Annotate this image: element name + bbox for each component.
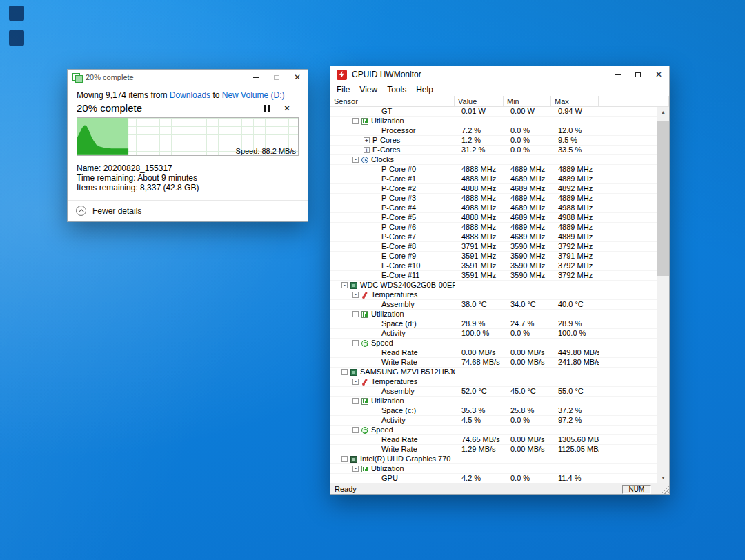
pause-button[interactable] [264,105,270,112]
sensor-min [504,281,551,290]
menu-tools[interactable]: Tools [382,85,411,94]
scrollbar-thumb[interactable] [657,121,669,276]
sensor-cell: -WDC WDS240G2G0B-00EPW0 [330,281,455,290]
collapse-icon[interactable]: - [341,369,348,375]
sensor-row[interactable]: Assembly52.0 °C45.0 °C55.0 °C [330,387,657,397]
sensor-row[interactable]: E-Core #93591 MHz3590 MHz3791 MHz [330,252,657,261]
minimize-button[interactable] [246,70,266,85]
file-copy-dialog: 20% complete ✕ Moving 9,174 items from D… [67,69,308,222]
sensor-value: 3591 MHz [455,271,504,280]
collapse-icon[interactable]: - [352,466,359,472]
sensor-row[interactable]: Read Rate74.65 MB/s0.00 MB/s1305.60 MB/s [330,435,657,445]
sensor-label: Temperatures [371,377,417,386]
scrollbar-track[interactable] [657,117,669,472]
collapse-icon[interactable]: - [341,456,348,462]
sensor-row[interactable]: P-Core #14888 MHz4689 MHz4889 MHz [330,174,657,184]
sensor-min [504,377,551,386]
sensor-row[interactable]: Write Rate74.68 MB/s0.00 MB/s241.80 MB/s [330,358,657,368]
sensor-row[interactable]: -Clocks [330,155,657,165]
sensor-row[interactable]: -WDC WDS240G2G0B-00EPW0 [330,281,657,290]
sensor-row[interactable]: -Intel(R) UHD Graphics 770 [330,454,657,464]
sensor-row[interactable]: Assembly38.0 °C34.0 °C40.0 °C [330,300,657,310]
sensor-value: 100.0 % [455,329,504,338]
collapse-icon[interactable]: - [352,157,359,163]
desktop-icon[interactable] [9,30,24,46]
sensor-cell: Write Rate [330,358,455,367]
sensor-row[interactable]: -Utilization [330,397,657,406]
collapse-icon[interactable]: - [352,427,359,433]
sensor-row[interactable]: P-Core #04888 MHz4689 MHz4889 MHz [330,165,657,174]
sensor-value [455,339,504,348]
column-header-min[interactable]: Min [504,96,551,106]
collapse-icon[interactable]: - [352,398,359,404]
minimize-button[interactable] [607,66,628,83]
sensor-row[interactable]: P-Core #64888 MHz4689 MHz4889 MHz [330,223,657,232]
resize-grip[interactable] [659,485,669,494]
sensor-row[interactable]: Processor7.2 %0.0 %12.0 % [330,126,657,136]
sensor-row[interactable]: -Speed [330,339,657,348]
desktop-icon[interactable] [9,6,24,21]
expand-icon[interactable]: + [364,147,370,153]
scroll-down-icon[interactable]: ▼ [657,472,669,483]
close-button[interactable]: ✕ [287,70,308,85]
menu-view[interactable]: View [355,85,382,94]
close-button[interactable]: ✕ [648,66,669,83]
column-header-max[interactable]: Max [551,96,599,106]
collapse-icon[interactable]: - [352,379,359,385]
sensor-row[interactable]: -Utilization [330,310,657,319]
sensor-max: 3792 MHz [551,271,599,280]
sensor-row[interactable]: -Speed [330,426,657,435]
maximize-button[interactable] [628,66,648,83]
source-folder-link[interactable]: Downloads [170,90,210,100]
collapse-icon[interactable]: - [341,282,348,288]
sensor-label: Processor [381,126,416,135]
sensor-max: 1125.05 MB/s [551,445,599,454]
cancel-copy-button[interactable]: ✕ [284,104,290,112]
collapse-icon[interactable]: - [352,340,359,346]
sensor-row[interactable]: Read Rate0.00 MB/s0.00 MB/s449.80 MB/s [330,348,657,358]
collapse-icon[interactable]: - [352,292,359,298]
sensor-row[interactable]: -Temperatures [330,377,657,387]
sensor-min: 0.00 MB/s [504,358,551,367]
sensor-value [455,117,504,126]
sensor-row[interactable]: P-Core #54888 MHz4689 MHz4988 MHz [330,213,657,223]
sensor-row[interactable]: -SAMSUNG MZVLB512HBJQ-00... [330,368,657,377]
collapse-icon[interactable]: - [352,311,359,317]
sensor-value [455,290,504,299]
sensor-row[interactable]: Activity100.0 %0.0 %100.0 % [330,329,657,339]
sensor-row[interactable]: GPU4.2 %0.0 %11.4 % [330,474,657,483]
sensor-row[interactable]: Activity4.5 %0.0 %97.2 % [330,416,657,426]
sensor-row[interactable]: GT0.01 W0.00 W0.94 W [330,107,657,117]
sensor-row[interactable]: Write Rate1.29 MB/s0.00 MB/s1125.05 MB/s [330,445,657,454]
sensor-row[interactable]: -Utilization [330,464,657,474]
menu-file[interactable]: File [332,85,355,94]
sensor-label: Speed [371,339,393,348]
sensor-row[interactable]: P-Core #24888 MHz4689 MHz4892 MHz [330,184,657,194]
fewer-details-button[interactable]: Fewer details [68,201,308,221]
sensor-row[interactable]: +E-Cores31.2 %0.0 %33.5 % [330,146,657,155]
collapse-icon[interactable]: - [352,118,359,124]
sensor-row[interactable]: +P-Cores1.2 %0.0 %9.5 % [330,136,657,146]
sensor-min: 0.0 % [504,416,551,425]
items-remaining-label: Items remaining: 8,337 (42.8 GB) [77,183,299,192]
sensor-row[interactable]: E-Core #103591 MHz3590 MHz3792 MHz [330,261,657,271]
sensor-value: 3791 MHz [455,242,504,251]
sensor-row[interactable]: Space (d:)28.9 %24.7 %28.9 % [330,319,657,329]
sensor-row[interactable]: -Temperatures [330,290,657,300]
vertical-scrollbar[interactable]: ▲ ▼ [657,107,669,483]
sensor-row[interactable]: -Utilization [330,117,657,126]
chevron-up-icon [76,206,86,216]
sensor-row[interactable]: P-Core #74888 MHz4689 MHz4889 MHz [330,232,657,242]
sensor-row[interactable]: E-Core #83791 MHz3590 MHz3792 MHz [330,242,657,252]
sensor-row[interactable]: Space (c:)35.3 %25.8 %37.2 % [330,406,657,416]
scroll-up-icon[interactable]: ▲ [657,107,669,117]
sensor-row[interactable]: P-Core #44988 MHz4689 MHz4988 MHz [330,203,657,213]
column-header-value[interactable]: Value [455,96,504,106]
sensor-cell: Read Rate [330,348,455,357]
sensor-row[interactable]: P-Core #34888 MHz4689 MHz4889 MHz [330,194,657,203]
column-header-sensor[interactable]: Sensor [330,96,455,106]
menu-help[interactable]: Help [411,85,438,94]
expand-icon[interactable]: + [364,137,370,143]
sensor-row[interactable]: E-Core #113591 MHz3590 MHz3792 MHz [330,271,657,281]
destination-folder-link[interactable]: New Volume (D:) [222,90,285,100]
